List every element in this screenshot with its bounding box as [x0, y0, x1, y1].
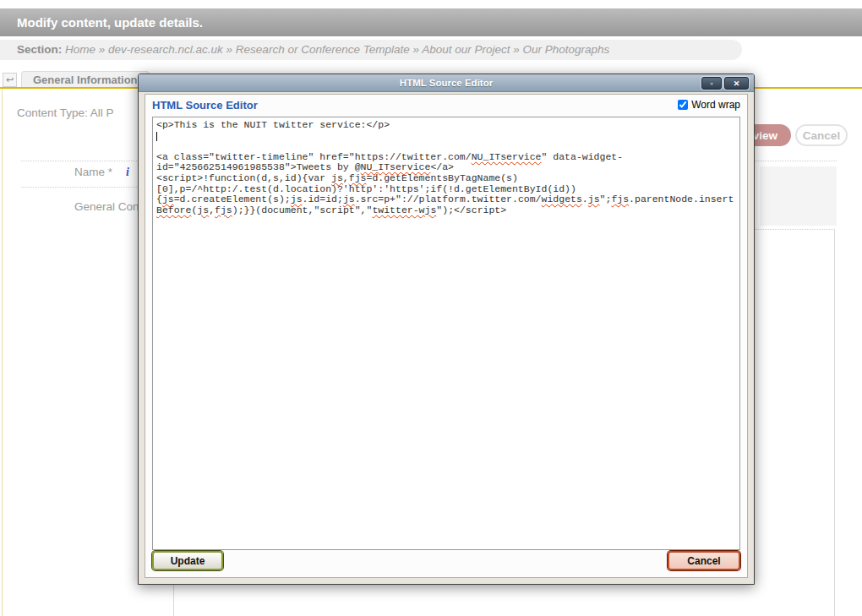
html-source-editor-dialog: HTML Source Editor ▫ ✕ HTML Source Edito… — [138, 74, 755, 585]
info-icon[interactable]: i — [126, 166, 129, 178]
page-header: Modify content, update details. — [0, 8, 862, 36]
collapse-arrow-icon[interactable]: ↩ — [3, 73, 17, 87]
content-type-text: Content Type: All P — [17, 106, 114, 119]
side-panel-box — [760, 166, 837, 226]
dialog-window-title: HTML Source Editor — [139, 74, 754, 92]
tab-general-information[interactable]: General Information — [21, 71, 150, 87]
dialog-cancel-button[interactable]: Cancel — [668, 551, 740, 570]
word-wrap-label: Word wrap — [691, 99, 740, 111]
panel-left-border — [2, 89, 3, 616]
name-label-text: Name * — [74, 166, 112, 178]
source-code-textarea[interactable]: <p>This is the NUIT twitter service:</p>… — [152, 117, 740, 550]
dialog-heading: HTML Source Editor — [152, 99, 258, 112]
breadcrumb: Section: Home » dev-research.ncl.ac.uk »… — [0, 40, 742, 60]
page-title: Modify content, update details. — [0, 8, 862, 36]
back-arrow-icon: ↩ — [6, 74, 14, 84]
dialog-body: HTML Source Editor Word wrap <p>This is … — [145, 94, 748, 578]
close-icon[interactable]: ✕ — [724, 77, 749, 90]
update-button[interactable]: Update — [152, 551, 223, 570]
form-cancel-button[interactable]: Cancel — [795, 124, 848, 146]
word-wrap-control[interactable]: Word wrap — [678, 99, 740, 111]
word-wrap-checkbox[interactable] — [678, 100, 688, 110]
name-field-label: Name *i — [74, 166, 129, 179]
text-cursor — [156, 132, 157, 141]
maximize-icon[interactable]: ▫ — [701, 77, 722, 90]
code-text: <p>This is the NUIT twitter service:</p>… — [153, 117, 739, 218]
breadcrumb-label: Section — [17, 43, 58, 56]
breadcrumb-separator: : — [58, 43, 65, 56]
tab-label: General Information — [33, 74, 138, 86]
window-controls: ▫ ✕ — [701, 77, 749, 90]
page: Modify content, update details. Section:… — [0, 0, 862, 616]
dialog-titlebar[interactable]: HTML Source Editor ▫ ✕ — [139, 74, 754, 92]
breadcrumb-path[interactable]: Home » dev-research.ncl.ac.uk » Research… — [65, 43, 609, 56]
